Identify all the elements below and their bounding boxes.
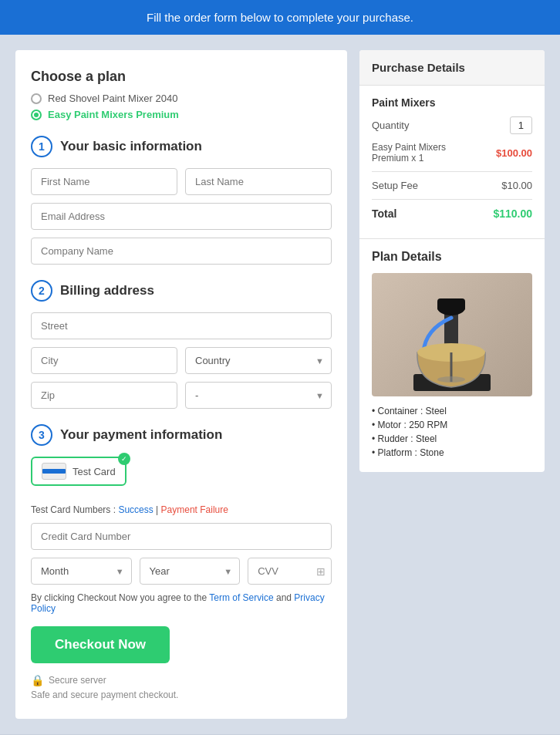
- card-check-icon: ✓: [118, 453, 130, 465]
- success-link[interactable]: Success: [118, 504, 153, 515]
- month-select[interactable]: Month January February March April May J…: [31, 558, 132, 585]
- payment-title: Your payment information: [60, 427, 222, 443]
- pd-total-row: Total $110.00: [372, 207, 532, 220]
- plan2-label: Easy Paint Mixers Premium: [48, 109, 179, 120]
- billing-header: 2 Billing address: [31, 280, 332, 302]
- company-input[interactable]: [31, 238, 332, 265]
- step-1-number: 1: [31, 136, 52, 157]
- payment-header: 3 Your payment information: [31, 424, 332, 446]
- cc-number-input[interactable]: [31, 523, 332, 550]
- card-label: Test Card: [73, 466, 116, 477]
- pd-quantity-label: Quantity: [372, 120, 409, 131]
- pd-setup-label: Setup Fee: [372, 180, 418, 191]
- safe-text: Safe and secure payment checkout.: [31, 689, 332, 700]
- first-name-input[interactable]: [31, 168, 177, 195]
- zip-input[interactable]: [31, 382, 177, 409]
- feature-1: Container : Steel: [372, 406, 532, 416]
- street-input[interactable]: [31, 312, 332, 339]
- purchase-details-header: Purchase Details: [359, 50, 545, 86]
- test-card-info: Test Card Numbers : Success | Payment Fa…: [31, 504, 332, 515]
- country-select[interactable]: Country United States United Kingdom Can…: [185, 347, 332, 374]
- pd-quantity-row: Quantity 1: [372, 116, 532, 134]
- card-icon: [42, 463, 66, 480]
- radio-plan2: [31, 110, 42, 120]
- pd-total-price: $110.00: [493, 207, 532, 220]
- card-option[interactable]: Test Card ✓: [31, 457, 127, 486]
- pd-setup-row: Setup Fee $10.00: [372, 180, 532, 191]
- plan-details-title: Plan Details: [372, 250, 532, 264]
- plan1-label: Red Shovel Paint Mixer 2040: [48, 93, 177, 104]
- checkout-button[interactable]: Checkout Now: [31, 626, 170, 663]
- secure-label: Secure server: [49, 675, 106, 686]
- city-input[interactable]: [31, 347, 177, 374]
- lock-icon: 🔒: [31, 674, 44, 686]
- pd-total-label: Total: [372, 207, 396, 220]
- cvv-icon: ⊞: [316, 565, 326, 578]
- year-select[interactable]: Year 2024 2025 2026 2027 2028 2029 2030: [140, 558, 241, 585]
- plan-option-2[interactable]: Easy Paint Mixers Premium: [31, 109, 332, 120]
- email-input[interactable]: [31, 203, 332, 230]
- secure-info: 🔒 Secure server: [31, 674, 332, 686]
- basic-info-header: 1 Your basic information: [31, 136, 332, 157]
- plan-details-section: Plan Details: [359, 238, 545, 472]
- radio-plan1: [31, 93, 42, 104]
- pd-setup-price: $10.00: [501, 180, 532, 191]
- product-image: [372, 273, 532, 396]
- last-name-input[interactable]: [185, 168, 332, 195]
- svg-rect-3: [437, 298, 465, 311]
- billing-title: Billing address: [60, 283, 154, 298]
- product-features: Container : Steel Motor : 250 RPM Rudder…: [372, 406, 532, 458]
- feature-3: Rudder : Steel: [372, 433, 532, 444]
- basic-info-title: Your basic information: [60, 139, 202, 154]
- tos-link[interactable]: Term of Service: [209, 592, 273, 603]
- pd-item-label: Easy Paint MixersPremium x 1: [372, 142, 446, 164]
- plan-option-1[interactable]: Red Shovel Paint Mixer 2040: [31, 93, 332, 104]
- pd-item-price: $100.00: [496, 147, 532, 159]
- feature-2: Motor : 250 RPM: [372, 420, 532, 430]
- step-3-number: 3: [31, 424, 52, 446]
- pd-item-row: Easy Paint MixersPremium x 1 $100.00: [372, 142, 532, 164]
- top-banner: Fill the order form below to complete yo…: [0, 0, 560, 35]
- pd-quantity-value[interactable]: 1: [510, 116, 532, 134]
- step-2-number: 2: [31, 280, 52, 302]
- choose-plan-title: Choose a plan: [31, 69, 332, 85]
- failure-link[interactable]: Payment Failure: [161, 504, 228, 515]
- banner-text: Fill the order form below to complete yo…: [147, 11, 413, 24]
- svg-point-6: [437, 376, 465, 383]
- tos-text: By clicking Checkout Now you agree to th…: [31, 592, 332, 614]
- feature-4: Platform : Stone: [372, 447, 532, 458]
- pd-subtitle: Paint Mixers: [372, 96, 532, 109]
- state-select[interactable]: - AL CA NY TX: [185, 382, 332, 409]
